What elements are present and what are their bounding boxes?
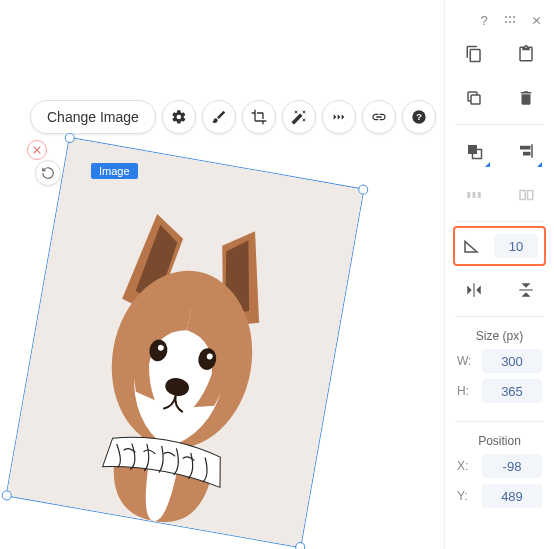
undo-icon: [41, 166, 55, 180]
selection-label: Image: [91, 163, 138, 179]
align-icon: [517, 142, 535, 160]
paste-icon: [517, 45, 535, 63]
help-button[interactable]: ?: [402, 100, 436, 134]
y-row: Y:: [457, 484, 542, 508]
flip-v-icon: [517, 281, 535, 299]
rotation-row: [453, 226, 546, 266]
divider: [455, 221, 544, 222]
svg-point-10: [509, 16, 511, 18]
size-section: Size (px) W: H:: [445, 321, 554, 417]
copy-icon: [465, 45, 483, 63]
gear-icon: [171, 109, 187, 125]
angle-icon: [462, 237, 480, 255]
svg-rect-22: [472, 192, 475, 198]
position-title: Position: [457, 434, 542, 448]
svg-point-14: [513, 21, 515, 23]
width-row: W:: [457, 349, 542, 373]
x-label: X:: [457, 459, 479, 473]
svg-rect-25: [527, 191, 532, 200]
animation-button[interactable]: [322, 100, 356, 134]
svg-point-11: [513, 16, 515, 18]
clipboard-row: [445, 32, 554, 76]
svg-rect-23: [477, 192, 480, 198]
duplicate-row: [445, 76, 554, 120]
x-row: X:: [457, 454, 542, 478]
bring-forward-button[interactable]: [460, 137, 488, 165]
image-selection[interactable]: [6, 137, 365, 549]
canvas-area[interactable]: Change Image ? Image: [0, 0, 444, 549]
copy-button[interactable]: [460, 40, 488, 68]
duplicate-icon: [465, 89, 483, 107]
dog-image: [7, 138, 364, 547]
effects-button[interactable]: [282, 100, 316, 134]
flip-row: [445, 268, 554, 312]
divider: [455, 124, 544, 125]
distribute-row: [445, 173, 554, 217]
bring-forward-icon: [465, 142, 483, 160]
design-button[interactable]: [202, 100, 236, 134]
svg-text:?: ?: [416, 112, 422, 122]
position-section: Position X: Y:: [445, 426, 554, 522]
link-icon: [371, 109, 387, 125]
wand-icon: [291, 109, 307, 125]
resize-handle-br[interactable]: [294, 541, 306, 549]
trash-icon: [517, 89, 535, 107]
reset-icon: [32, 145, 42, 155]
divider: [455, 316, 544, 317]
svg-rect-18: [520, 146, 531, 150]
duplicate-button[interactable]: [460, 84, 488, 112]
drag-handle[interactable]: [502, 12, 518, 28]
link-button[interactable]: [362, 100, 396, 134]
flip-vertical-button[interactable]: [512, 276, 540, 304]
image-content: [7, 138, 364, 547]
settings-button[interactable]: [162, 100, 196, 134]
close-panel-button[interactable]: [528, 12, 544, 28]
match-size-icon: [517, 186, 535, 204]
image-toolbar: Change Image ?: [30, 100, 436, 134]
svg-rect-21: [467, 192, 470, 198]
svg-rect-24: [520, 191, 525, 200]
distribute-h-button[interactable]: [460, 181, 488, 209]
height-row: H:: [457, 379, 542, 403]
y-input[interactable]: [482, 484, 542, 508]
resize-handle-tr[interactable]: [357, 184, 369, 196]
resize-handle-bl[interactable]: [1, 490, 13, 502]
svg-point-9: [505, 16, 507, 18]
svg-rect-15: [471, 95, 480, 104]
divider: [455, 421, 544, 422]
question-icon: ?: [480, 13, 487, 28]
drag-icon: [504, 15, 516, 25]
delete-button[interactable]: [512, 84, 540, 112]
reset-button[interactable]: [27, 140, 47, 160]
flip-horizontal-button[interactable]: [460, 276, 488, 304]
svg-point-13: [509, 21, 511, 23]
y-label: Y:: [457, 489, 479, 503]
match-size-button[interactable]: [512, 181, 540, 209]
x-input[interactable]: [482, 454, 542, 478]
panel-help-button[interactable]: ?: [476, 12, 492, 28]
brush-icon: [211, 109, 227, 125]
align-button[interactable]: [512, 137, 540, 165]
rotation-input[interactable]: [494, 234, 538, 258]
width-label: W:: [457, 354, 479, 368]
panel-top-controls: ?: [445, 8, 554, 32]
svg-rect-19: [523, 152, 531, 156]
close-icon: [531, 15, 542, 26]
height-label: H:: [457, 384, 479, 398]
size-title: Size (px): [457, 329, 542, 343]
height-input[interactable]: [482, 379, 542, 403]
width-input[interactable]: [482, 349, 542, 373]
help-icon: ?: [411, 109, 427, 125]
svg-point-12: [505, 21, 507, 23]
animation-icon: [331, 109, 347, 125]
crop-icon: [251, 109, 267, 125]
distribute-h-icon: [465, 186, 483, 204]
flip-h-icon: [465, 281, 483, 299]
crop-button[interactable]: [242, 100, 276, 134]
arrange-row: [445, 129, 554, 173]
rotation-icon-button[interactable]: [461, 236, 481, 256]
properties-panel: ?: [444, 0, 554, 549]
undo-button[interactable]: [35, 160, 61, 186]
paste-button[interactable]: [512, 40, 540, 68]
change-image-button[interactable]: Change Image: [30, 100, 156, 134]
